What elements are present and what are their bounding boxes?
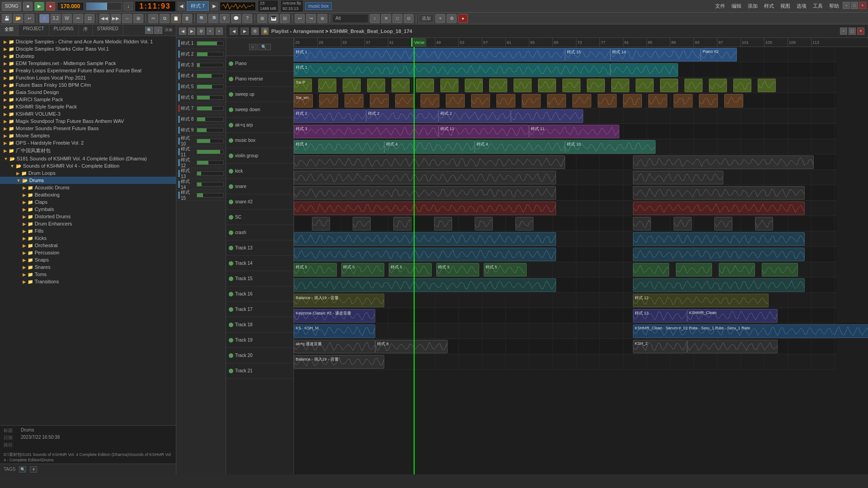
track-block[interactable] [489, 79, 507, 92]
tool-rec2[interactable]: ⊙ [404, 14, 414, 23]
track-block[interactable] [496, 94, 515, 108]
track-row[interactable]: 样式 3样式 11样式 11 [294, 124, 836, 139]
track-block[interactable] [610, 63, 678, 77]
pattern-item[interactable]: 样式 10 [176, 136, 226, 146]
playlist-fwd[interactable]: ▶ [241, 28, 249, 35]
track-row[interactable]: Balance - 插入19 - 音量样式 12 [294, 293, 836, 308]
track-block[interactable] [709, 79, 727, 92]
track-block[interactable]: KSHMR_Clean · Serum #_01 Rate · Seru_1 R… [633, 324, 868, 338]
track-block[interactable] [515, 217, 533, 230]
track-mute-btn[interactable] [229, 138, 233, 143]
track-block[interactable]: 样式 15 [565, 48, 610, 61]
menu-edit[interactable]: 编辑 [729, 2, 744, 10]
pattern-item[interactable]: 样式 4 [176, 70, 226, 81]
track-block[interactable]: 样式 2 [294, 109, 366, 123]
track-mute-btn[interactable] [229, 108, 233, 112]
tool-nav-1[interactable]: ◀◀ [99, 14, 109, 23]
tool-zoom-in[interactable]: 🔍 [197, 14, 207, 23]
track-label[interactable]: ak+q arp [226, 117, 293, 133]
pattern-item[interactable]: 样式 9 [176, 125, 226, 136]
browser-item[interactable]: ▶ 📁Gaia Sound Design [0, 89, 176, 96]
minimize-btn[interactable]: − [843, 2, 850, 9]
browser-item[interactable]: ▶ 📁Disciple Samples Sharks Color Bass Vo… [0, 45, 176, 52]
track-block[interactable] [420, 94, 439, 108]
track-block[interactable] [633, 232, 805, 246]
track-label[interactable]: Track 13 [226, 240, 293, 256]
playlist-lock[interactable]: 🔒 [261, 28, 269, 35]
track-mute-btn[interactable] [229, 184, 233, 189]
track-block[interactable] [758, 79, 776, 92]
tab-plugins[interactable]: PLUGINS [49, 24, 79, 36]
pattern-item[interactable]: 样式 14 [176, 179, 226, 190]
browser-item[interactable]: ▶ 📁厂中国风素材包 [0, 146, 176, 155]
tab-starred[interactable]: STARRED [93, 24, 123, 36]
browser-item[interactable]: ▶ 📁Kicks [0, 235, 176, 242]
track-block[interactable]: Balance - 插入19 - 音量 [294, 294, 384, 307]
record-btn[interactable]: ● [46, 2, 55, 11]
track-mute-btn[interactable] [229, 123, 233, 127]
track-label[interactable]: sweep up [226, 87, 293, 102]
track-row[interactable]: 样式 1样式 15样式 14Piano #2 [294, 47, 836, 62]
track-block[interactable] [294, 155, 565, 169]
tab-all[interactable]: 全部 [0, 24, 19, 36]
browser-search[interactable]: 🔍 [145, 27, 153, 34]
browser-item[interactable]: ▶ 📁OPS - Hardstyle Freebie Vol. 2 [0, 139, 176, 146]
tool-zoom-out[interactable]: 🔎 [208, 14, 218, 23]
track-label[interactable]: Track 19 [226, 333, 293, 348]
browser-item[interactable]: ▶ 📁Cymbals [0, 206, 176, 213]
menu-add[interactable]: 添加 [745, 2, 760, 10]
browser-item[interactable]: ▶ 📁Snares [0, 263, 176, 271]
playlist-back[interactable]: ◀ [230, 28, 238, 35]
toggle-btn[interactable]: ⊞ [249, 44, 256, 50]
stop-btn[interactable]: ■ [23, 2, 32, 11]
track-row[interactable]: 样式 1 [294, 62, 836, 78]
track-label[interactable]: snare #2 [226, 194, 293, 210]
track-row[interactable]: Sw_wn [294, 93, 836, 108]
playlist-settings[interactable]: ⚙ [251, 28, 259, 35]
pattern-settings[interactable]: ⚙ [197, 28, 204, 35]
track-row[interactable] [294, 216, 836, 231]
track-block[interactable] [660, 79, 678, 92]
browser-item[interactable]: ▶ 📁Monster Sounds Present Future Bass [0, 125, 176, 132]
track-block[interactable]: 样式 4 [475, 140, 565, 154]
track-block[interactable] [547, 94, 566, 108]
pattern-item[interactable]: 样式 1 [176, 38, 226, 49]
track-row[interactable]: Sw P [294, 78, 836, 93]
track-block[interactable] [319, 94, 338, 108]
track-mute-btn[interactable] [229, 154, 233, 158]
track-block[interactable]: 样式 5 [389, 263, 432, 277]
tool-browser[interactable]: ⊟ [280, 14, 290, 23]
track-block[interactable] [633, 278, 805, 292]
track-block[interactable]: Balance - 插入19 - 音量 [294, 355, 384, 369]
track-mute-btn[interactable] [229, 323, 233, 327]
pattern-item[interactable]: 样式 11 [176, 146, 226, 157]
tool-draw[interactable]: ✏ [73, 14, 83, 23]
track-block[interactable] [465, 79, 483, 92]
time-nav-prev[interactable]: ◀ [178, 2, 185, 10]
pattern-item[interactable]: 样式 13 [176, 168, 226, 179]
track-block[interactable] [633, 171, 723, 184]
track-block[interactable]: Piano #2 [701, 48, 737, 61]
track-label[interactable]: music box [226, 133, 293, 148]
track-block[interactable] [434, 217, 452, 230]
tool-arrow[interactable]: ↑ [39, 14, 49, 23]
track-block[interactable] [475, 217, 493, 230]
browser-item[interactable]: ▼ 📂Sounds of KSHMR Vol 4 - Complete Edit… [0, 162, 176, 169]
track-row[interactable] [294, 201, 836, 216]
track-block[interactable] [344, 94, 363, 108]
browser-item[interactable]: ▶ 📁Transitions [0, 278, 176, 285]
track-mute-btn[interactable] [229, 77, 233, 81]
track-mute-btn[interactable] [229, 307, 233, 312]
track-block[interactable] [294, 171, 556, 184]
pattern-nav-prev[interactable]: ◀ [179, 28, 186, 35]
browser-up[interactable]: ↑ [154, 27, 162, 34]
pattern-item[interactable]: 样式 8 [176, 114, 226, 125]
track-block[interactable] [294, 202, 556, 215]
track-block[interactable] [318, 79, 336, 92]
track-block[interactable] [611, 79, 629, 92]
track-mute-btn[interactable] [229, 215, 233, 220]
track-block[interactable]: 样式 11 [439, 125, 529, 138]
tool-back[interactable]: ↩ [295, 14, 305, 23]
tool-delete[interactable]: 🗑 [182, 14, 192, 23]
track-block[interactable]: 样式 8 [375, 340, 448, 353]
